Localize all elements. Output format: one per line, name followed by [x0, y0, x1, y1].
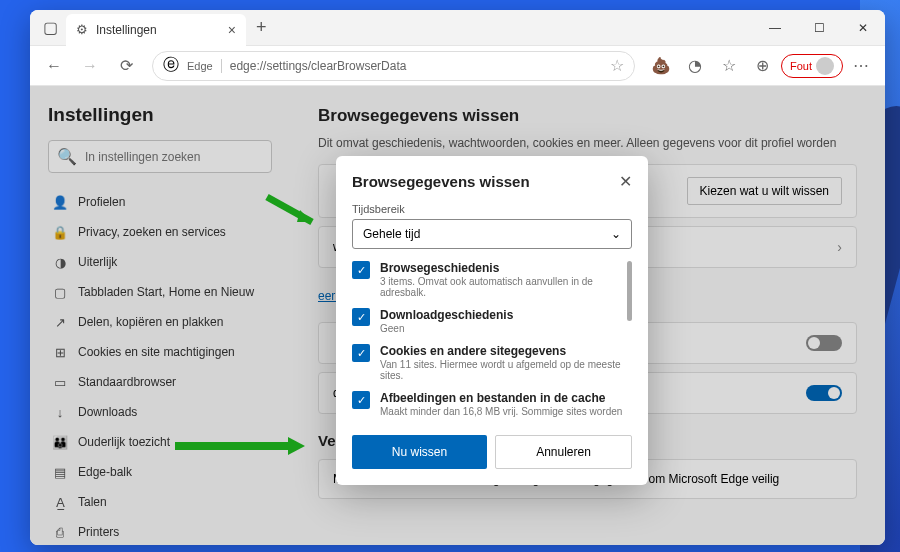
- close-tab-icon[interactable]: ×: [228, 22, 236, 38]
- clear-data-dialog: Browsegegevens wissen ✕ Tijdsbereik Gehe…: [336, 156, 648, 485]
- favorites-icon[interactable]: ☆: [713, 50, 745, 82]
- back-button[interactable]: ←: [38, 50, 70, 82]
- dialog-close-button[interactable]: ✕: [619, 172, 632, 191]
- clear-now-button[interactable]: Nu wissen: [352, 435, 487, 469]
- poop-icon[interactable]: 💩: [645, 50, 677, 82]
- browser-window: ▢ ⚙ Instellingen × + — ☐ ✕ ← → ⟳ ⓔ Edge …: [30, 10, 885, 545]
- close-window-button[interactable]: ✕: [841, 10, 885, 46]
- check-cache[interactable]: ✓ Afbeeldingen en bestanden in de cacheM…: [352, 391, 624, 417]
- chevron-down-icon: ⌄: [611, 227, 621, 241]
- profile-label: Fout: [790, 60, 812, 72]
- cancel-button[interactable]: Annuleren: [495, 435, 632, 469]
- minimize-button[interactable]: —: [753, 10, 797, 46]
- range-value: Gehele tijd: [363, 227, 420, 241]
- check-browse-history[interactable]: ✓ Browsegeschiedenis3 items. Omvat ook a…: [352, 261, 624, 298]
- gear-icon: ⚙: [76, 22, 88, 37]
- scrollbar[interactable]: [627, 261, 632, 321]
- avatar-icon: [816, 57, 834, 75]
- checkbox-icon[interactable]: ✓: [352, 344, 370, 362]
- tabs-menu-icon[interactable]: ▢: [36, 14, 64, 42]
- dialog-title: Browsegegevens wissen: [352, 173, 530, 190]
- extension-icon[interactable]: ◔: [679, 50, 711, 82]
- checkbox-icon[interactable]: ✓: [352, 261, 370, 279]
- time-range-select[interactable]: Gehele tijd ⌄: [352, 219, 632, 249]
- new-tab-button[interactable]: +: [248, 17, 275, 38]
- forward-button: →: [74, 50, 106, 82]
- profile-button[interactable]: Fout: [781, 54, 843, 78]
- edge-icon: ⓔ: [163, 55, 179, 76]
- address-url: edge://settings/clearBrowserData: [221, 59, 407, 73]
- checkbox-icon[interactable]: ✓: [352, 308, 370, 326]
- titlebar: ▢ ⚙ Instellingen × + — ☐ ✕: [30, 10, 885, 46]
- toolbar: ← → ⟳ ⓔ Edge edge://settings/clearBrowse…: [30, 46, 885, 86]
- reader-icon[interactable]: ☆: [610, 56, 624, 75]
- collections-icon[interactable]: ⊕: [747, 50, 779, 82]
- address-bar[interactable]: ⓔ Edge edge://settings/clearBrowserData …: [152, 51, 635, 81]
- range-label: Tijdsbereik: [352, 203, 632, 215]
- menu-button[interactable]: ⋯: [845, 50, 877, 82]
- checkbox-list: ✓ Browsegeschiedenis3 items. Omvat ook a…: [352, 261, 632, 421]
- maximize-button[interactable]: ☐: [797, 10, 841, 46]
- address-prefix: Edge: [187, 60, 213, 72]
- checkbox-icon[interactable]: ✓: [352, 391, 370, 409]
- reload-button[interactable]: ⟳: [110, 50, 142, 82]
- browser-tab[interactable]: ⚙ Instellingen ×: [66, 14, 246, 46]
- check-download-history[interactable]: ✓ DownloadgeschiedenisGeen: [352, 308, 624, 334]
- tab-title: Instellingen: [96, 23, 157, 37]
- check-cookies[interactable]: ✓ Cookies en andere sitegegevensVan 11 s…: [352, 344, 624, 381]
